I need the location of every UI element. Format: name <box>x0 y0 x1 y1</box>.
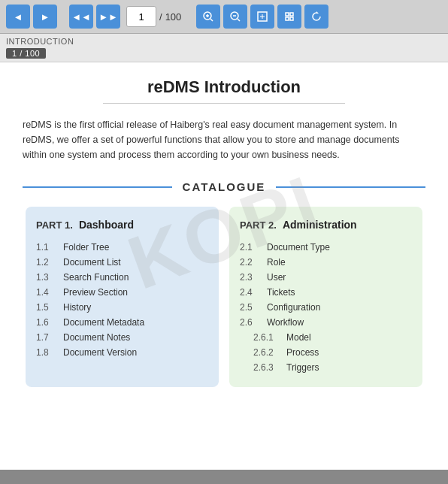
item-number: 1.1 <box>36 242 57 253</box>
svg-marker-14 <box>316 11 319 14</box>
part2-name: Administration <box>283 219 357 231</box>
item-label: Triggers <box>286 362 319 373</box>
item-number: 2.3 <box>240 272 261 283</box>
catalogue-parts: PART 1. Dashboard 1.1 Folder Tree 1.2 Do… <box>23 207 425 387</box>
last-button[interactable]: ►► <box>96 5 120 29</box>
item-number: 1.2 <box>36 257 57 268</box>
item-number: 2.6.3 <box>253 362 280 373</box>
doc-title: reDMS Introduction <box>23 77 425 97</box>
item-number: 2.6.2 <box>253 347 280 358</box>
list-item: 2.6.1 Model <box>240 330 412 345</box>
page-indicator: 1 / 100 <box>6 48 46 59</box>
svg-rect-10 <box>286 13 289 16</box>
page-total: 100 <box>165 11 182 23</box>
doc-page: INTRODUCTION 1 / 100 KOPI reDMS Introduc… <box>0 34 448 470</box>
part2-header: PART 2. Administration <box>240 219 412 231</box>
item-label: Folder Tree <box>63 242 109 253</box>
item-number: 2.6 <box>240 317 261 328</box>
item-number: 2.6.1 <box>253 332 280 343</box>
catalogue-title: CATALOGUE <box>172 180 277 193</box>
zoom-in-icon <box>202 11 214 23</box>
fullscreen-icon <box>283 11 295 23</box>
svg-line-3 <box>210 19 213 21</box>
svg-line-6 <box>238 19 240 21</box>
list-item: 1.4 Preview Section <box>36 285 208 300</box>
item-number: 2.2 <box>240 257 261 268</box>
svg-rect-11 <box>290 13 293 16</box>
item-number: 1.4 <box>36 287 57 298</box>
zoom-out-icon <box>229 11 241 23</box>
title-divider <box>103 103 345 104</box>
list-item: 1.7 Document Notes <box>36 330 208 345</box>
breadcrumb: INTRODUCTION 1 / 100 <box>0 34 448 62</box>
list-item: 2.4 Tickets <box>240 285 412 300</box>
part1-header: PART 1. Dashboard <box>36 219 208 231</box>
part2-number: PART 2. <box>240 219 277 231</box>
list-item: 1.2 Document List <box>36 255 208 270</box>
item-label: Model <box>286 332 311 343</box>
item-label: User <box>267 272 286 283</box>
rotate-button[interactable] <box>304 5 328 29</box>
list-item: 1.3 Search Function <box>36 270 208 285</box>
item-label: Search Function <box>63 272 129 283</box>
part1-number: PART 1. <box>36 219 73 231</box>
item-label: Process <box>286 347 319 358</box>
doc-content: KOPI reDMS Introduction reDMS is the fir… <box>0 62 448 402</box>
part1-name: Dashboard <box>79 219 134 231</box>
page-slash: / <box>159 11 162 23</box>
catalogue-header: CATALOGUE <box>23 180 425 193</box>
list-item: 2.2 Role <box>240 255 412 270</box>
svg-rect-12 <box>286 17 289 20</box>
item-number: 1.8 <box>36 347 57 358</box>
list-item: 1.1 Folder Tree <box>36 240 208 255</box>
item-label: Preview Section <box>63 287 128 298</box>
item-number: 1.6 <box>36 317 57 328</box>
item-label: Document Notes <box>63 332 130 343</box>
first-button[interactable]: ◄◄ <box>69 5 93 29</box>
list-item: 2.6.3 Triggers <box>240 360 412 375</box>
catalogue-line-left <box>23 186 172 188</box>
list-item: 2.6.2 Process <box>240 345 412 360</box>
item-number: 2.1 <box>240 242 261 253</box>
item-number: 2.5 <box>240 302 261 313</box>
zoom-out-button[interactable] <box>223 5 247 29</box>
list-item: 2.1 Document Type <box>240 240 412 255</box>
item-label: Workflow <box>267 317 304 328</box>
item-number: 1.7 <box>36 332 57 343</box>
list-item: 1.8 Document Version <box>36 345 208 360</box>
list-item: 1.5 History <box>36 300 208 315</box>
next-button[interactable]: ► <box>33 5 57 29</box>
catalogue-part-1: PART 1. Dashboard 1.1 Folder Tree 1.2 Do… <box>26 207 219 387</box>
doc-intro: reDMS is the first official release of H… <box>23 117 425 162</box>
item-number: 1.3 <box>36 272 57 283</box>
item-label: Document Type <box>267 242 330 253</box>
doc-area[interactable]: INTRODUCTION 1 / 100 KOPI reDMS Introduc… <box>0 34 448 484</box>
page-input[interactable] <box>126 6 156 27</box>
item-label: Role <box>267 257 286 268</box>
item-label: Tickets <box>267 287 295 298</box>
list-item: 2.3 User <box>240 270 412 285</box>
zoom-in-button[interactable] <box>196 5 220 29</box>
prev-button[interactable]: ◄ <box>6 5 30 29</box>
main-container: INTRODUCTION 1 / 100 KOPI reDMS Introduc… <box>0 34 448 484</box>
list-item: 2.6 Workflow <box>240 315 412 330</box>
item-label: History <box>63 302 91 313</box>
fit-button[interactable] <box>250 5 274 29</box>
fit-icon <box>256 11 268 23</box>
fullscreen-button[interactable] <box>277 5 301 29</box>
list-item: 2.5 Configuration <box>240 300 412 315</box>
item-label: Document Version <box>63 347 137 358</box>
breadcrumb-section: INTRODUCTION <box>6 37 74 46</box>
catalogue-part-2: PART 2. Administration 2.1 Document Type… <box>229 207 422 387</box>
toolbar: ◄ ► ◄◄ ►► / 100 <box>0 0 448 34</box>
catalogue-line-right <box>276 186 425 188</box>
list-item: 1.6 Document Metadata <box>36 315 208 330</box>
page-input-group: / 100 <box>126 6 181 27</box>
item-label: Document Metadata <box>63 317 144 328</box>
svg-rect-13 <box>290 17 293 20</box>
item-label: Document List <box>63 257 121 268</box>
rotate-icon <box>310 11 322 23</box>
item-label: Configuration <box>267 302 320 313</box>
item-number: 1.5 <box>36 302 57 313</box>
item-number: 2.4 <box>240 287 261 298</box>
